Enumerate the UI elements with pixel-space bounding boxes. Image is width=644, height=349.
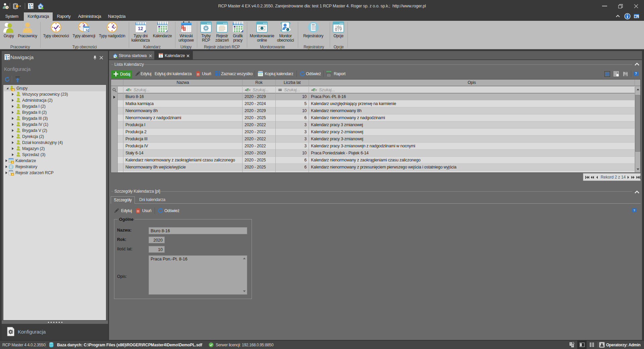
svg-text:A: A xyxy=(311,89,313,91)
svg-text:B: B xyxy=(314,89,315,91)
svg-text:A: A xyxy=(126,89,128,91)
svg-text:C: C xyxy=(249,89,251,91)
svg-text:?: ? xyxy=(633,208,635,212)
svg-text:C: C xyxy=(130,89,131,91)
svg-text:?: ? xyxy=(635,72,637,76)
svg-text:C: C xyxy=(316,89,317,91)
svg-text:B: B xyxy=(128,89,130,91)
svg-text:B: B xyxy=(247,89,249,91)
svg-text:12: 12 xyxy=(86,28,89,32)
svg-text:A: A xyxy=(245,89,247,91)
svg-text:12: 12 xyxy=(138,26,143,31)
